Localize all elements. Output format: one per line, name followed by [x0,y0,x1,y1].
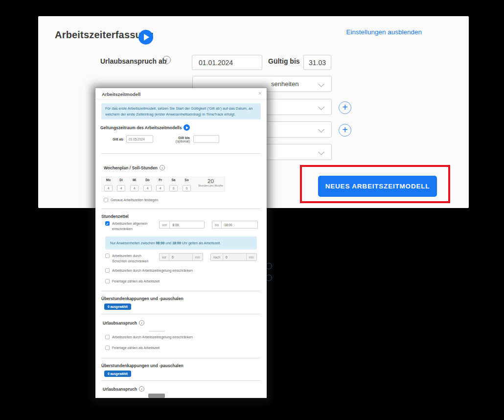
chevron-down-icon [318,104,324,110]
plus-glyph: + [342,102,348,113]
day-hours-input[interactable] [143,185,152,191]
min-suffix: min [192,254,203,260]
holidays-count-checkbox[interactable] [105,279,110,283]
bis-time-group: bis 18:00 [212,221,258,229]
weekly-hours-total: 20 Stunden pro Woche [197,178,224,187]
holidays-count-label: Feiertage zählen als Arbeitszeit [112,279,160,284]
day-column: So [183,178,191,191]
dialog-title: Arbeitszeitmodell [102,92,140,97]
dropdown-label: senheiten [193,80,298,88]
divider [101,380,261,381]
first-model-hint-banner: Für das erste Arbeitszeitmodell, setzen … [101,103,261,119]
day-label: Do [143,178,152,182]
regulation-restrict-row: Arbeitszeiten durch Arbeitszeitregelung … [105,268,193,274]
vacation-heading-text: Urlaubsanspruch [103,321,137,326]
overtime-selected-badge[interactable]: 0 ausgewählt [104,303,131,310]
add-icon[interactable]: + [339,101,351,114]
timesheet-section-heading: Stundenzettel [101,214,129,219]
timesheet-heading-text: Stundenzettel [101,214,129,219]
regulation-restrict-row-2: Arbeitszeiten durch Arbeitszeitregelung … [105,335,193,340]
chevron-down-icon [318,81,324,87]
info-icon[interactable]: i [162,56,171,64]
divider [101,209,261,209]
shifts-restrict-checkbox[interactable] [105,254,110,258]
day-hours-input[interactable] [130,185,138,191]
shifts-restrict-label: Arbeitszeiten durch Schichten einschränk… [112,254,154,264]
day-label: Mi [130,178,138,182]
regulation-restrict-checkbox[interactable] [105,268,110,273]
holidays-count-row-2: Feiertage zählen als Arbeitszeit [105,346,160,351]
gilt-bis-label: Gilt bis (optional) [174,136,190,143]
vacation-heading-text: Urlaubsanspruch [103,387,137,392]
gilt-ab-input[interactable] [126,135,153,143]
gilt-bis-optional-text: (optional) [174,140,190,143]
nach-min-input[interactable]: 0 [223,254,246,260]
divider [101,291,261,291]
vacation-from-input[interactable] [192,55,262,70]
shifts-restrict-row: Arbeitszeiten durch Schichten einschränk… [105,254,154,264]
vacation-section-heading: Urlaubsanspruch i [103,320,144,326]
overtime-section-heading: Überstundenkappungen und -pauschalen [101,296,183,301]
day-label: Sa [169,178,178,182]
banner-time-from: 08:00 [156,241,164,245]
overtime-selected-badge-2[interactable]: 0 ausgewählt [104,371,131,377]
holidays-count-row: Feiertage zählen als Arbeitszeit [105,279,160,284]
day-column: Fr [156,178,164,191]
chevron-down-icon [318,126,324,133]
divider [101,314,261,314]
validity-section-heading: Geltungszeitraum des Arbeitszeitmodells [100,124,190,131]
day-hours-input[interactable] [117,185,125,191]
day-column: Mo [104,178,113,191]
vor-min-group: vor 0 min [159,253,203,261]
holidays-count-label: Feiertage zählen als Arbeitszeit [112,346,160,351]
day-column: Sa [169,178,178,191]
banner-time-to: 18:00 [172,241,181,245]
von-time-input[interactable]: 8:00 [170,221,204,228]
day-hours-input[interactable] [183,185,191,191]
total-hours-label: Stunden pro Woche [197,184,224,187]
add-icon[interactable]: + [339,124,351,137]
day-label: Di [117,178,125,182]
day-column: Di [117,178,125,191]
play-icon[interactable] [183,124,190,131]
info-glyph: i [141,321,142,325]
info-glyph: i [166,57,167,63]
valid-until-input[interactable] [303,55,331,70]
settings-toggle-link[interactable]: Einstellungen ausblenden [346,28,422,36]
info-icon[interactable]: i [139,386,144,392]
close-icon[interactable]: ✕ [258,91,262,96]
info-icon[interactable]: i [160,165,165,170]
divider [101,358,261,358]
banner-text: und [164,241,172,245]
regulation-restrict-label: Arbeitszeiten durch Arbeitszeitregelung … [112,268,193,274]
weekplan-table: Mo Di Mi Do Fr Sa So 20 Stunden pro Woch… [101,177,225,192]
vor-prefix: vor [160,254,169,260]
cut-off-element-fragment [148,394,165,398]
vor-min-input[interactable]: 0 [169,254,192,260]
day-hours-input[interactable] [104,185,113,191]
divider [95,99,267,99]
day-hours-input[interactable] [156,185,164,191]
regulation-restrict-checkbox[interactable] [105,335,110,339]
chevron-down-icon [318,149,324,155]
play-icon[interactable] [138,30,153,45]
vacation-section-heading-2: Urlaubsanspruch i [103,386,144,392]
info-glyph: i [141,387,142,391]
info-icon[interactable]: i [139,320,144,326]
day-hours-input[interactable] [169,185,178,191]
general-restrict-row: ✓ Arbeitszeiten allgemein einschränken [105,221,154,232]
general-restrict-checkbox[interactable]: ✓ [105,221,110,226]
new-work-model-button[interactable]: NEUES ARBEITSZEITMODELL [318,176,437,197]
day-column: Do [143,178,152,191]
bis-time-input[interactable]: 18:00 [222,221,257,228]
exact-times-checkbox[interactable] [104,198,108,202]
day-column: Mi [130,178,138,191]
regulation-restrict-label: Arbeitszeiten durch Arbeitszeitregelung … [112,335,193,340]
nach-prefix: nach [211,254,223,260]
gilt-bis-label-text: Gilt bis [178,136,190,140]
day-label: So [183,178,191,182]
gilt-bis-input[interactable] [193,135,219,143]
worktime-hint-banner: Nur Anwesenheiten zwischen 08:00 und 18:… [105,236,257,250]
holidays-count-checkbox[interactable] [105,346,110,350]
plus-glyph: + [342,124,348,135]
